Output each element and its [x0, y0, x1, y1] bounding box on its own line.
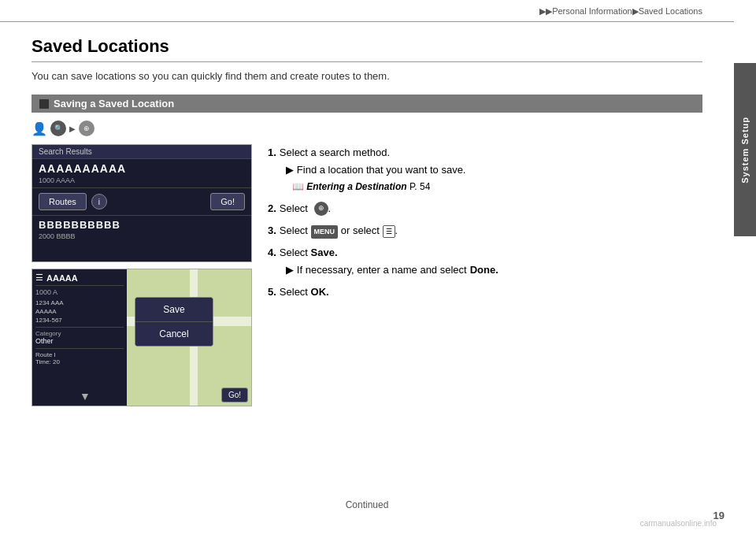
save-dialog-button[interactable]: Save: [135, 298, 213, 322]
scr2-left-header: ☰ AAAAA: [35, 273, 124, 286]
step-2-text: Select: [280, 202, 308, 214]
scr2-row1a: 1234 AAA: [35, 299, 124, 306]
watermark: carmanualsonline.info: [640, 519, 717, 528]
arrow-right-icon-2: ▶: [286, 261, 294, 279]
step-5-num: 5.: [268, 284, 276, 301]
step-3-mid: or select: [341, 224, 380, 236]
section-square-icon: [39, 99, 49, 109]
screenshots-column: Search Results AAAAAAAAAA 1000 AAAA Rout…: [32, 144, 252, 406]
scr1-buttons: Routes i Go!: [32, 188, 251, 216]
step-1-num: 1.: [268, 144, 276, 161]
instructions-column: 1. Select a search method. ▶ Find a loca…: [268, 144, 702, 406]
two-column-layout: Search Results AAAAAAAAAA 1000 AAAA Rout…: [32, 144, 702, 406]
step-2-icon: ⊕: [314, 202, 328, 216]
step-1: 1. Select a search method. ▶ Find a loca…: [268, 144, 702, 195]
side-tab-label: System Setup: [740, 117, 750, 184]
routes-button[interactable]: Routes: [39, 193, 87, 210]
scr2-row2: 1234-567: [35, 317, 124, 324]
step-4-sub-text: If necessary, enter a name and select: [297, 261, 467, 279]
scr2-name: AAAAA: [46, 273, 78, 283]
scr1-header: Search Results: [32, 145, 251, 159]
step-5-content: Select OK.: [280, 284, 702, 301]
page-description: You can save locations so you can quickl…: [32, 70, 702, 82]
screenshot-search-results: Search Results AAAAAAAAAA 1000 AAAA Rout…: [32, 144, 252, 262]
breadcrumb: ▶▶Personal Information▶Saved Locations: [0, 0, 734, 22]
icons-row: 👤 🔍 ▶ ⊕: [32, 121, 702, 136]
scr1-subtext-b: 2000 BBBB: [32, 232, 251, 240]
screenshot-map-dialog: ☰ AAAAA 1000 A 1234 AAA AAAAA 1234-567 C…: [32, 269, 252, 406]
step-1-sub1: ▶ Find a location that you want to save.: [286, 161, 702, 179]
section-header-label: Saving a Saved Location: [54, 98, 174, 109]
magnifier-icon: ⊕: [79, 121, 94, 136]
step-1-sub1-text: Find a location that you want to save.: [297, 161, 466, 179]
step-2: 2. Select ⊕.: [268, 200, 702, 217]
step-4-sub: ▶ If necessary, enter a name and select …: [286, 261, 702, 279]
step-3: 3. Select MENU or select ☰.: [268, 222, 702, 239]
info-button[interactable]: i: [91, 194, 107, 210]
continued-label: Continued: [0, 499, 734, 510]
main-content: Saved Locations You can save locations s…: [0, 22, 734, 406]
step-5-bold: OK.: [311, 286, 329, 298]
step-1-ref-page: P. 54: [410, 181, 430, 192]
step-1-text: Select a search method.: [280, 146, 390, 158]
scr2-left-panel: ☰ AAAAA 1000 A 1234 AAA AAAAA 1234-567 C…: [32, 269, 127, 406]
step-4-bold: Save.: [311, 247, 338, 258]
step-4-bold2: Done.: [470, 261, 498, 279]
step-4-num: 4.: [268, 244, 276, 261]
step-1-ref-label: Entering a Destination: [306, 181, 406, 192]
steps-list: 1. Select a search method. ▶ Find a loca…: [268, 144, 702, 301]
menu-icon: ☰: [35, 273, 43, 283]
search-icon: 🔍: [50, 121, 66, 136]
scr2-category: Category Other: [35, 327, 124, 345]
step-1-content: Select a search method. ▶ Find a locatio…: [280, 144, 702, 195]
arrow-right-icon: ▶: [286, 161, 294, 179]
scr2-go-button[interactable]: Go!: [221, 388, 248, 402]
step-4-content: Select Save. ▶ If necessary, enter a nam…: [280, 244, 702, 279]
scr1-result-a: AAAAAAAAAA: [32, 159, 251, 176]
step-3-content: Select MENU or select ☰.: [280, 222, 702, 239]
scr2-route: Route I Time: 20: [35, 348, 124, 365]
arrow-icon: ▶: [69, 124, 76, 133]
step-5-text: Select: [280, 286, 308, 298]
step-3-text: Select: [280, 224, 308, 236]
category-value: Other: [35, 337, 124, 345]
side-tab: System Setup: [734, 63, 756, 236]
list-inline-icon: ☰: [383, 225, 395, 238]
step-2-content: Select ⊕.: [280, 200, 702, 217]
book-icon: 📖: [292, 181, 304, 192]
person-icon: 👤: [32, 121, 47, 136]
save-cancel-dialog: Save Cancel: [135, 297, 213, 347]
scr2-row1b: AAAAA: [35, 308, 124, 315]
scr1-result-b: BBBBBBBBBB: [32, 216, 251, 232]
cancel-dialog-button[interactable]: Cancel: [135, 322, 213, 346]
step-5: 5. Select OK.: [268, 284, 702, 301]
scr2-addr: 1000 A: [35, 288, 124, 298]
step-4: 4. Select Save. ▶ If necessary, enter a …: [268, 244, 702, 279]
down-arrow-icon: ▼: [80, 390, 91, 402]
step-1-ref: 📖 Entering a Destination P. 54: [292, 179, 702, 195]
scr1-subtext-a: 1000 AAAA: [32, 176, 251, 188]
menu-inline-icon: MENU: [311, 225, 339, 239]
section-header: Saving a Saved Location: [32, 95, 702, 113]
category-label: Category: [35, 330, 124, 337]
go-button[interactable]: Go!: [210, 193, 245, 210]
step-2-num: 2.: [268, 200, 276, 217]
step-3-num: 3.: [268, 222, 276, 239]
page-title: Saved Locations: [32, 36, 702, 62]
step-4-text: Select: [280, 247, 308, 258]
